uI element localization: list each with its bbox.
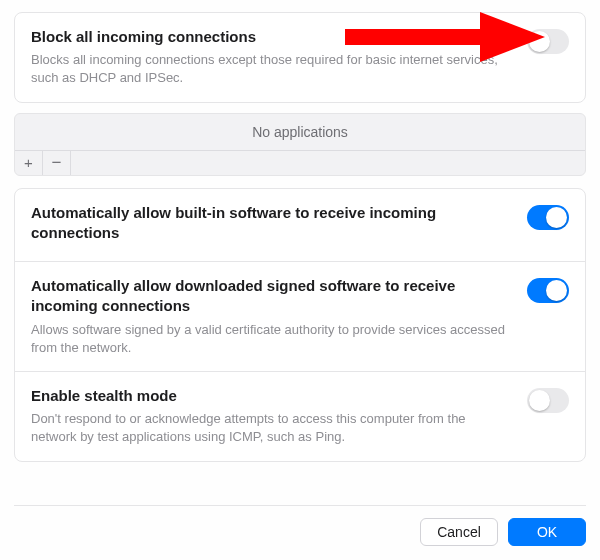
stealth-desc: Don't respond to or acknowledge attempts… [31,410,513,446]
applications-empty-label: No applications [15,114,585,150]
applications-toolbar: + − [15,150,585,175]
block-all-desc: Blocks all incoming connections except t… [31,51,513,87]
block-all-title: Block all incoming connections [31,27,513,47]
firewall-options-pane: Block all incoming connections Blocks al… [0,0,600,560]
auto-signed-row: Automatically allow downloaded signed so… [31,276,569,357]
block-all-row: Block all incoming connections Blocks al… [31,27,569,88]
stealth-row: Enable stealth mode Don't respond to or … [31,386,569,447]
auto-signed-desc: Allows software signed by a valid certif… [31,321,513,357]
block-all-toggle[interactable] [527,29,569,54]
applications-section: No applications + − [14,113,586,176]
divider [15,371,585,372]
cancel-button[interactable]: Cancel [420,518,498,546]
add-application-button[interactable]: + [15,151,43,175]
remove-application-button[interactable]: − [43,151,71,175]
options-group: Automatically allow built-in software to… [14,188,586,462]
block-all-section: Block all incoming connections Blocks al… [14,12,586,103]
stealth-toggle[interactable] [527,388,569,413]
divider [15,261,585,262]
auto-signed-title: Automatically allow downloaded signed so… [31,276,513,317]
stealth-title: Enable stealth mode [31,386,513,406]
auto-builtin-title: Automatically allow built-in software to… [31,203,513,244]
auto-builtin-row: Automatically allow built-in software to… [31,203,569,248]
ok-button[interactable]: OK [508,518,586,546]
auto-signed-toggle[interactable] [527,278,569,303]
dialog-footer: Cancel OK [14,505,586,546]
auto-builtin-toggle[interactable] [527,205,569,230]
